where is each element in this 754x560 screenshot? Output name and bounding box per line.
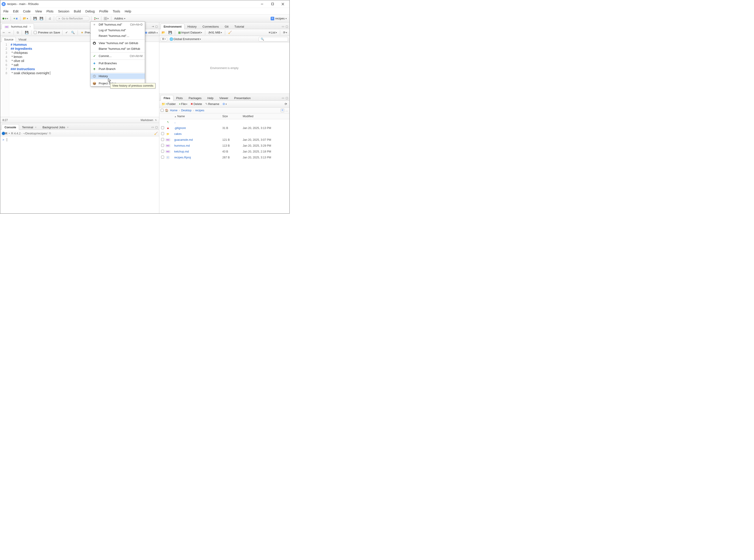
console-tab[interactable]: Console bbox=[2, 124, 19, 130]
refresh-files-button[interactable]: ⟳ bbox=[284, 102, 288, 106]
import-dataset-button[interactable]: ▦ Import Dataset ▾ bbox=[177, 30, 203, 35]
rename-button[interactable]: ✎ Rename bbox=[204, 102, 220, 106]
more-path-button[interactable]: … bbox=[285, 109, 288, 112]
menu-item[interactable]: View "hummus.md" on GitHub bbox=[91, 40, 145, 46]
menu-file[interactable]: File bbox=[2, 8, 11, 14]
language-mode[interactable]: Markdown bbox=[141, 119, 153, 122]
git-toolbar-button[interactable]: ▾ bbox=[93, 16, 100, 21]
close-icon[interactable]: × bbox=[35, 125, 37, 129]
show-in-new-window-button[interactable]: ⧉ bbox=[16, 30, 20, 35]
menu-help[interactable]: Help bbox=[123, 8, 133, 14]
tab-plots[interactable]: Plots bbox=[173, 95, 186, 101]
menu-tools[interactable]: Tools bbox=[111, 8, 122, 14]
new-file-button[interactable]: +▾ bbox=[2, 16, 9, 21]
minimize-pane-icon[interactable]: ▭ bbox=[282, 96, 284, 100]
goto-file-function-input[interactable]: ➤ Go to file/function bbox=[56, 16, 90, 21]
menu-build[interactable]: Build bbox=[72, 8, 83, 14]
tab-presentation[interactable]: Presentation bbox=[231, 95, 254, 101]
select-all-checkbox[interactable] bbox=[161, 109, 164, 112]
col-name[interactable]: ▲ Name bbox=[173, 115, 221, 118]
menu-item[interactable]: Log of "hummus.md" bbox=[91, 27, 145, 33]
forward-button[interactable]: ➡ bbox=[7, 30, 12, 35]
maximize-pane-icon[interactable]: ▢ bbox=[285, 25, 288, 28]
clear-console-button[interactable]: 🧹 bbox=[154, 132, 158, 135]
col-modified[interactable]: Modified bbox=[241, 115, 290, 118]
refresh-env-button[interactable]: ⟳▾ bbox=[282, 30, 288, 35]
spellcheck-button[interactable]: ✔ bbox=[64, 30, 69, 35]
console-body[interactable]: > bbox=[0, 137, 159, 213]
tab-help[interactable]: Help bbox=[204, 95, 217, 101]
panes-button[interactable]: ▾ bbox=[103, 16, 110, 21]
menu-edit[interactable]: Edit bbox=[11, 8, 20, 14]
menu-item[interactable]: Revert "hummus.md"… bbox=[91, 33, 145, 39]
source-mode-tab[interactable]: Source bbox=[2, 37, 16, 42]
maximize-pane-icon[interactable]: ▢ bbox=[155, 125, 158, 129]
breadcrumb-recipes[interactable]: recipes bbox=[195, 109, 204, 112]
editor-content[interactable]: # Hummus## Ingredients * chickpeas * lem… bbox=[9, 42, 52, 117]
tab-connections[interactable]: Connections bbox=[200, 23, 222, 29]
terminal-tab[interactable]: Terminal × bbox=[19, 124, 39, 130]
source-on-save-icon[interactable]: ⇥ bbox=[152, 25, 154, 28]
file-link[interactable]: cakes bbox=[174, 132, 182, 136]
breadcrumb-home[interactable]: Home bbox=[170, 109, 177, 112]
scope-selector[interactable]: 🌐 Global Environment ▾ bbox=[168, 37, 202, 41]
console-popout-icon[interactable]: ⧉ bbox=[49, 132, 51, 135]
visual-mode-tab[interactable]: Visual bbox=[16, 37, 29, 42]
memory-usage-button[interactable]: ◔ 91 MiB ▾ bbox=[207, 30, 223, 35]
back-button[interactable]: ⬅ bbox=[2, 30, 6, 35]
file-row[interactable]: Rrecipes.Rproj267 BJan 20, 2025, 3:13 PM bbox=[159, 155, 290, 160]
home-icon[interactable]: 🏠 bbox=[165, 108, 168, 112]
addins-menu[interactable]: Addins ▾ bbox=[113, 16, 127, 21]
maximize-button[interactable] bbox=[267, 0, 278, 8]
pane-layout-icon[interactable]: ▢ bbox=[155, 25, 158, 28]
minimize-pane-icon[interactable]: ▭ bbox=[152, 125, 154, 129]
menu-code[interactable]: Code bbox=[21, 8, 32, 14]
close-icon[interactable]: × bbox=[67, 125, 69, 129]
menu-session[interactable]: Session bbox=[56, 8, 71, 14]
menu-item[interactable]: Push Branch bbox=[91, 66, 145, 72]
delete-button[interactable]: ✖ Delete bbox=[190, 102, 203, 106]
open-file-button[interactable]: 📂▾ bbox=[22, 16, 29, 21]
project-root-icon[interactable]: R bbox=[281, 108, 284, 112]
file-link[interactable]: recipes.Rproj bbox=[174, 156, 191, 159]
up-dir-link[interactable]: .. bbox=[174, 121, 176, 124]
file-checkbox[interactable] bbox=[161, 138, 164, 141]
publish-button[interactable]: ◉ ublish ▾ bbox=[145, 31, 158, 34]
clear-env-button[interactable]: 🧹 bbox=[227, 30, 233, 35]
file-link[interactable]: ketchup.md bbox=[174, 150, 189, 153]
minimize-button[interactable] bbox=[257, 0, 267, 8]
view-mode-button[interactable]: ≡ List ▾ bbox=[268, 30, 278, 35]
tab-packages[interactable]: Packages bbox=[185, 95, 204, 101]
breadcrumb-desktop[interactable]: Desktop bbox=[181, 109, 192, 112]
menu-item[interactable]: ≡Diff "hummus.md"Ctrl+Alt+D bbox=[91, 22, 145, 27]
new-project-button[interactable]: +▣ bbox=[13, 16, 19, 21]
save-button[interactable]: 💾 bbox=[24, 30, 29, 35]
editor-tab-hummus[interactable]: MD hummus.md × bbox=[2, 23, 34, 29]
file-checkbox[interactable] bbox=[161, 156, 164, 159]
tab-tutorial[interactable]: Tutorial bbox=[232, 23, 247, 29]
file-checkbox[interactable] bbox=[161, 126, 164, 129]
tab-files[interactable]: Files bbox=[161, 95, 173, 101]
file-checkbox[interactable] bbox=[161, 150, 164, 153]
new-file-button[interactable]: + File ▾ bbox=[178, 102, 188, 106]
project-menu[interactable]: R recipes ▾ bbox=[269, 16, 288, 21]
close-tab-icon[interactable]: × bbox=[29, 25, 31, 28]
maximize-pane-icon[interactable]: ▢ bbox=[285, 96, 288, 100]
tab-git[interactable]: Git bbox=[222, 23, 232, 29]
menu-item[interactable]: History bbox=[91, 73, 145, 79]
save-all-button[interactable]: 💾 bbox=[39, 16, 44, 21]
menu-debug[interactable]: Debug bbox=[83, 8, 96, 14]
menu-item[interactable]: ✔Commit…Ctrl+Alt+M bbox=[91, 53, 145, 59]
menu-view[interactable]: View bbox=[33, 8, 44, 14]
menu-item[interactable]: Blame "hummus.md" on GitHub bbox=[91, 46, 145, 52]
save-button[interactable]: 💾 bbox=[32, 16, 38, 21]
preview-on-save-checkbox[interactable] bbox=[34, 31, 37, 34]
background-jobs-tab[interactable]: Background Jobs × bbox=[40, 124, 72, 130]
language-selector[interactable]: R ▾ bbox=[161, 37, 167, 41]
file-link[interactable]: .gitignore bbox=[174, 126, 186, 129]
file-row[interactable]: MDketchup.md43 BJan 20, 2025, 2:18 PM bbox=[159, 149, 290, 155]
print-button[interactable]: 🖨 bbox=[47, 16, 52, 21]
more-button[interactable]: ⚙ ▾ bbox=[221, 102, 227, 106]
save-workspace-button[interactable]: 💾 bbox=[167, 30, 173, 35]
file-link[interactable]: guacamole.md bbox=[174, 138, 193, 141]
